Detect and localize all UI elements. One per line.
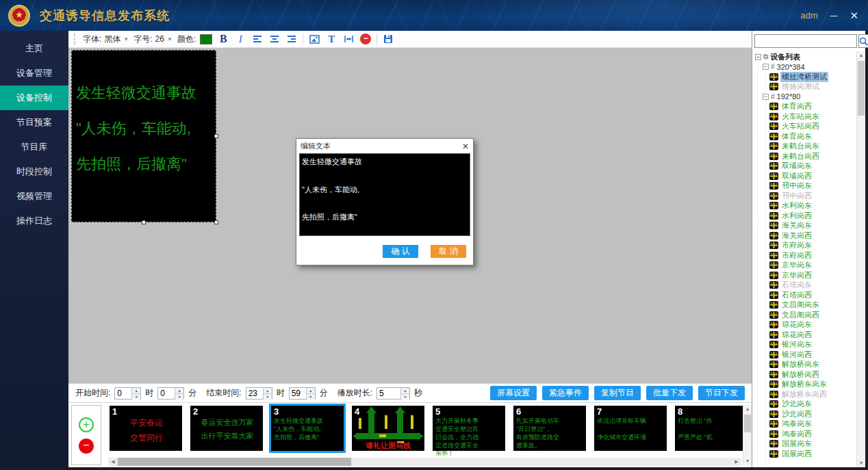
tree-row[interactable]: − ⧉ # 192*80 — [752, 92, 856, 102]
sidebar-item[interactable]: 节目预案 — [0, 110, 68, 135]
align-center-button[interactable] — [268, 33, 281, 45]
frame-thumbnail[interactable]: 4 — [352, 406, 424, 451]
sidebar-item[interactable]: 设备控制 — [0, 86, 68, 110]
sidebar-item[interactable]: 操作日志 — [0, 209, 68, 233]
down-arrow-icon[interactable]: ▼ — [401, 393, 409, 400]
close-button[interactable]: ✕ — [850, 10, 858, 21]
minimize-button[interactable]: ─ — [830, 10, 838, 21]
edit-text-area[interactable]: 发生轻微交通事故 "人未伤，车能动, 先拍照，后撤离" — [299, 153, 470, 236]
duration-input[interactable] — [377, 388, 400, 399]
up-arrow-icon[interactable]: ▲ — [175, 388, 183, 393]
delete-item-button[interactable]: − — [359, 33, 372, 45]
insert-text-button[interactable]: T — [325, 33, 337, 45]
sidebar-item[interactable]: 时段控制 — [0, 159, 68, 184]
tree-row[interactable]: − ⧉ # 京华岗西 — [752, 270, 856, 280]
tree-row[interactable]: − ⧉ # 解放桥岗东 — [752, 360, 856, 370]
scroll-up-icon[interactable]: ▲ — [857, 51, 865, 60]
up-arrow-icon[interactable]: ▲ — [132, 388, 140, 393]
tree-row[interactable]: − ⧉ # 国展岗西 — [752, 449, 856, 459]
tree-row[interactable]: − ⧉ # 来鹤台岗西 — [752, 151, 856, 161]
tree-scrollbar[interactable]: ▲ ▼ — [856, 51, 865, 467]
tree-row[interactable]: − ⧉ # 螺丝湾桥测试 — [752, 72, 856, 82]
scroll-down-icon[interactable]: ▼ — [743, 457, 752, 465]
tree-row[interactable]: − ⧉ # 320*384 — [752, 62, 856, 73]
italic-button[interactable]: I — [234, 33, 246, 45]
tree-row[interactable]: − ⧉ # 市府岗西 — [752, 250, 856, 261]
tree-row[interactable]: − ⧉ # 解放桥岗西 — [752, 369, 856, 380]
align-right-button[interactable] — [285, 33, 298, 45]
collapse-icon[interactable]: − — [763, 64, 769, 70]
font-size-select[interactable]: 字号: 26 ▼ — [133, 34, 173, 45]
tree-row[interactable]: − ⧉ # 双埔岗东 — [752, 161, 856, 172]
up-arrow-icon[interactable]: ▲ — [307, 388, 315, 393]
tree-row[interactable]: − ⧉ # 国展岗东 — [752, 439, 856, 449]
down-arrow-icon[interactable]: ▼ — [264, 393, 272, 400]
insert-image-button[interactable] — [308, 33, 320, 45]
tree-row[interactable]: − ⧉ # 水利岗东 — [752, 201, 856, 211]
up-arrow-icon[interactable]: ▲ — [401, 388, 409, 393]
sidebar-item[interactable]: 节目库 — [0, 135, 68, 159]
dialog-titlebar[interactable]: 编辑文本 ✕ — [296, 139, 473, 153]
tree-row[interactable]: − ⧉ # 银河岗西 — [752, 350, 856, 360]
add-frame-button[interactable]: + — [79, 417, 94, 432]
scrollbar-thumb[interactable] — [858, 61, 865, 116]
action-button[interactable]: 复制节目 — [594, 386, 641, 400]
dialog-close-icon[interactable]: ✕ — [462, 142, 469, 151]
frame-thumbnail[interactable]: 3 发生轻微交通事故 "人未伤，车能动, 先拍照，后撤离" — [271, 406, 344, 451]
frame-thumbnail[interactable]: 8 打击整治 "炸 严查严处 "机 — [675, 406, 743, 451]
up-arrow-icon[interactable]: ▲ — [264, 388, 272, 393]
collapse-icon[interactable]: − — [755, 54, 761, 60]
end-minute-input[interactable] — [290, 388, 306, 399]
tree-row[interactable]: − ⧉ # 琼花岗东 — [752, 320, 856, 330]
tree-row[interactable]: − ⧉ # 沙北岗东 — [752, 400, 856, 410]
tree-row[interactable]: − ⧉ # 市府岗东 — [752, 241, 856, 251]
save-button[interactable] — [382, 33, 394, 45]
tree-row[interactable]: − ⧉ # 邗中岗西 — [752, 191, 856, 201]
tree-row[interactable]: − ⧉ # 解放桥东岗西 — [752, 389, 856, 400]
action-button[interactable]: 节目下发 — [698, 386, 745, 400]
bold-button[interactable]: B — [217, 33, 229, 45]
tree-row[interactable]: − ⧉ # 海关岗东 — [752, 221, 856, 231]
stretch-fit-button[interactable] — [342, 33, 355, 45]
tree-row[interactable]: − ⧉ # 鸿泰岗东 — [752, 419, 856, 430]
search-button[interactable] — [858, 34, 868, 48]
tree-row[interactable]: − ⧉ # 石塔岗西 — [752, 290, 856, 300]
action-button[interactable]: 紧急事件 — [542, 386, 589, 400]
tree-row[interactable]: − ⧉ # 银河岗东 — [752, 340, 856, 350]
confirm-button[interactable]: 确 认 — [383, 245, 418, 258]
scroll-left-icon[interactable]: ◀ — [108, 458, 118, 466]
action-button[interactable]: 批量下发 — [646, 386, 693, 400]
tree-row[interactable]: − ⧉ # 设备列表 — [752, 52, 856, 62]
scrollbar-thumb[interactable] — [118, 458, 351, 466]
frame-thumbnail[interactable]: 5 大力开展秋冬季 交通安全整治百 日会战，全力稳 定道路交通安全 形势！ — [433, 406, 505, 451]
tree-row[interactable]: − ⧉ # 解放桥东岗东 — [752, 380, 856, 390]
tree-row[interactable]: − ⧉ # 文昌阁岗东 — [752, 300, 856, 311]
collapse-icon[interactable]: − — [763, 94, 769, 100]
align-left-button[interactable] — [251, 33, 264, 45]
sidebar-item[interactable]: 视频管理 — [0, 184, 68, 209]
sidebar-item[interactable]: 设备管理 — [0, 61, 68, 86]
horizontal-scrollbar[interactable]: ◀ ▶ — [108, 458, 741, 466]
tree-row[interactable]: − ⧉ # 体育岗东 — [752, 131, 856, 142]
tree-row[interactable]: − ⧉ # 石塔岗东 — [752, 280, 856, 291]
design-canvas[interactable]: 发生轻微交通事故 "人未伤，车能动, 先拍照，后撤离" 编辑文本 ✕ 发生轻微交… — [68, 48, 752, 383]
down-arrow-icon[interactable]: ▼ — [132, 393, 140, 400]
scrollbar-thumb[interactable] — [744, 415, 751, 432]
device-search-input[interactable] — [754, 34, 857, 48]
tree-row[interactable]: − ⧉ # 文昌阁岗西 — [752, 310, 856, 320]
down-arrow-icon[interactable]: ▼ — [307, 393, 315, 400]
frame-thumbnail[interactable]: 1 平安春运 交警同行 — [110, 406, 182, 451]
tree-row[interactable]: − ⧉ # 邗中岗东 — [752, 181, 856, 192]
tree-row[interactable]: − ⧉ # 来鹤台岗东 — [752, 142, 856, 152]
resize-handle-bottom[interactable] — [142, 220, 146, 224]
tree-row[interactable]: − ⧉ # 沙北岗西 — [752, 409, 856, 419]
led-screen-preview[interactable]: 发生轻微交通事故 "人未伤，车能动, 先拍照，后撤离" — [71, 50, 216, 222]
cancel-button[interactable]: 取 消 — [431, 245, 466, 258]
tree-row[interactable]: − ⧉ # 火车站岗西 — [752, 122, 856, 132]
tree-row[interactable]: − ⧉ # 京华岗东 — [752, 261, 856, 271]
frame-thumbnail[interactable]: 2 春运安全连万家 出行平安靠大家 — [190, 406, 263, 451]
tree-row[interactable]: − ⧉ # 水利岗西 — [752, 211, 856, 221]
frame-thumbnail[interactable]: 6 扎实开展电动车 "百日整治"， 有效预防道路交 通事故。 — [513, 406, 586, 451]
tree-row[interactable]: − ⧉ # 琼花岗西 — [752, 330, 856, 340]
sidebar-item[interactable]: 主页 — [0, 36, 68, 61]
